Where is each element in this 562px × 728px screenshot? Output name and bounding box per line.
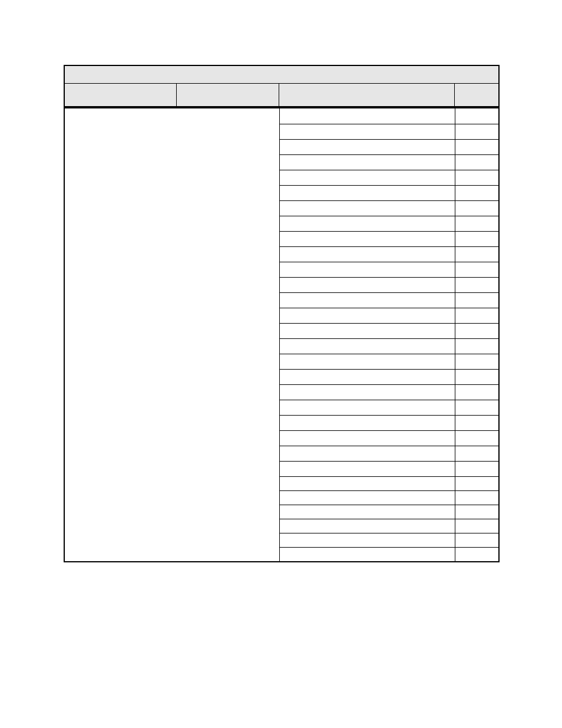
table-row	[65, 446, 498, 461]
table-row-left	[65, 490, 279, 505]
table-row	[65, 231, 498, 246]
table-cell-3	[279, 185, 455, 200]
table-cell-4	[455, 124, 498, 139]
table-row	[65, 369, 498, 384]
table-row	[65, 547, 498, 561]
table-cell-4	[455, 185, 498, 200]
table-row	[65, 338, 498, 354]
table-cell-4	[455, 170, 498, 185]
data-table	[64, 65, 500, 562]
table-cell-3	[279, 533, 455, 547]
table-cell-3	[279, 139, 455, 154]
table-cell-4	[455, 369, 498, 384]
table-row	[65, 262, 498, 277]
table-cell-4	[455, 262, 498, 277]
table-row-left	[65, 533, 279, 547]
table-row	[65, 323, 498, 338]
table-cell-4	[455, 461, 498, 476]
table-cell-4	[455, 505, 498, 519]
table-cell-4	[455, 476, 498, 490]
table-row-left	[65, 231, 279, 246]
table-cell-4	[455, 519, 498, 533]
table-row-left	[65, 354, 279, 369]
table-cell-3	[279, 338, 455, 354]
table-row	[65, 354, 498, 369]
table-cell-4	[455, 323, 498, 338]
table-row	[65, 476, 498, 490]
table-row-left	[65, 505, 279, 519]
table-row	[65, 400, 498, 415]
table-cell-4	[455, 292, 498, 308]
table-row-left	[65, 200, 279, 216]
table-row-left	[65, 446, 279, 461]
table-row	[65, 108, 498, 124]
table-row	[65, 185, 498, 200]
table-row	[65, 277, 498, 292]
table-row-left	[65, 216, 279, 231]
table-row	[65, 124, 498, 139]
table-cell-4	[455, 338, 498, 354]
table-row	[65, 170, 498, 185]
table-cell-3	[279, 369, 455, 384]
table-cell-4	[455, 231, 498, 246]
table-cell-4	[455, 139, 498, 154]
table-row	[65, 519, 498, 533]
table-row-left	[65, 262, 279, 277]
table-cell-4	[455, 308, 498, 323]
table-row-left	[65, 369, 279, 384]
table-row-left	[65, 170, 279, 185]
table-cell-3	[279, 262, 455, 277]
table-cell-3	[279, 308, 455, 323]
table-cell-3	[279, 354, 455, 369]
table-row	[65, 216, 498, 231]
table-cell-4	[455, 446, 498, 461]
table-row	[65, 292, 498, 308]
table-cell-4	[455, 277, 498, 292]
table-body	[65, 108, 498, 561]
table-cell-3	[279, 246, 455, 262]
table-header-row	[65, 84, 498, 108]
table-header-4	[455, 84, 498, 106]
table-header-1	[65, 84, 177, 106]
table-cell-4	[455, 246, 498, 262]
table-cell-4	[455, 430, 498, 446]
table-row	[65, 200, 498, 216]
table-row	[65, 415, 498, 430]
table-cell-3	[279, 415, 455, 430]
table-cell-3	[279, 292, 455, 308]
table-cell-3	[279, 323, 455, 338]
table-cell-3	[279, 216, 455, 231]
table-row-left	[65, 323, 279, 338]
table-cell-3	[279, 124, 455, 139]
table-cell-3	[279, 505, 455, 519]
table-row-left	[65, 124, 279, 139]
table-cell-3	[279, 400, 455, 415]
table-cell-3	[279, 490, 455, 505]
table-cell-4	[455, 533, 498, 547]
table-row-left	[65, 430, 279, 446]
table-row-left	[65, 400, 279, 415]
table-title-row	[65, 66, 498, 84]
table-row	[65, 490, 498, 505]
table-row	[65, 384, 498, 400]
table-row-left	[65, 292, 279, 308]
table-cell-4	[455, 354, 498, 369]
table-cell-3	[279, 430, 455, 446]
page	[0, 0, 562, 728]
table-cell-3	[279, 170, 455, 185]
table-cell-4	[455, 154, 498, 170]
table-cell-3	[279, 277, 455, 292]
table-row	[65, 246, 498, 262]
table-row	[65, 505, 498, 519]
table-row	[65, 308, 498, 323]
table-row-left	[65, 519, 279, 533]
table-row-left	[65, 384, 279, 400]
table-row-left	[65, 185, 279, 200]
table-header-2	[177, 84, 279, 106]
table-cell-3	[279, 384, 455, 400]
table-cell-3	[279, 519, 455, 533]
table-header-3	[279, 84, 455, 106]
table-row	[65, 533, 498, 547]
table-cell-4	[455, 108, 498, 124]
table-cell-4	[455, 547, 498, 561]
